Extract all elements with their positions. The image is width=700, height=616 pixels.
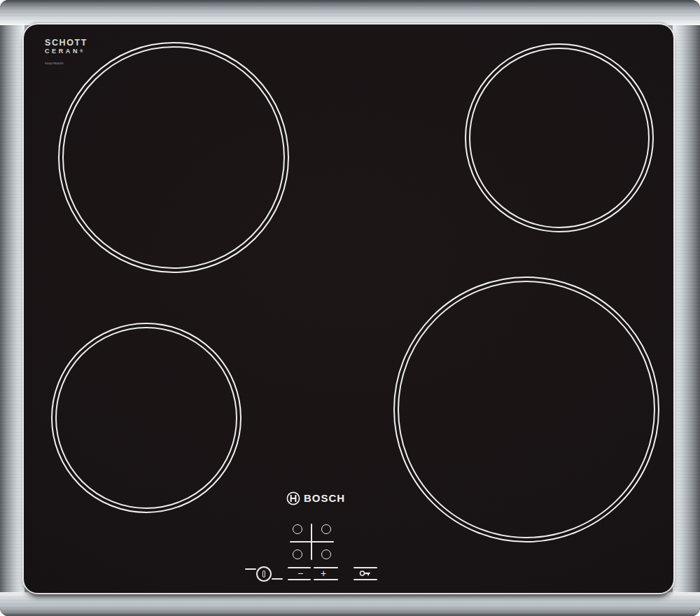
burner-top-right bbox=[465, 43, 654, 232]
selector-zone-bottom-left-key[interactable] bbox=[293, 550, 302, 559]
power-key-right-line bbox=[272, 578, 283, 580]
bosch-logo: BOSCH bbox=[286, 491, 345, 505]
steel-frame-top bbox=[0, 0, 700, 25]
ceramic-glass-surface: SCHOTT CERAN® 9000780635 BOSCH bbox=[24, 24, 673, 593]
burner-bottom-left bbox=[51, 323, 241, 513]
power-key-left-line bbox=[245, 568, 256, 570]
plus-key[interactable]: + bbox=[316, 568, 330, 579]
power-icon bbox=[256, 566, 272, 582]
cooktop-photo: SCHOTT CERAN® 9000780635 BOSCH bbox=[0, 0, 700, 616]
steel-frame-right bbox=[673, 25, 700, 592]
burner-top-left-inner-ring bbox=[62, 46, 285, 269]
steel-frame-bottom bbox=[0, 592, 700, 616]
glass-print-code: 9000780635 bbox=[45, 62, 76, 64]
selector-divider-horizontal bbox=[290, 541, 334, 542]
burner-bottom-right-inner-ring bbox=[398, 281, 655, 538]
lock-key-bottom-line bbox=[354, 579, 377, 580]
selector-zone-top-right-key[interactable] bbox=[321, 524, 331, 534]
selector-zone-bottom-right-key[interactable] bbox=[321, 550, 331, 559]
lock-key-top-line bbox=[354, 567, 377, 568]
selector-zone-top-left-key[interactable] bbox=[293, 524, 302, 534]
bosch-wordmark: BOSCH bbox=[304, 491, 345, 505]
key-lock-icon bbox=[359, 569, 372, 578]
schott-ceran-logo: SCHOTT CERAN® 9000780635 bbox=[45, 38, 88, 66]
schott-logo-line1: SCHOTT bbox=[45, 38, 88, 48]
burner-top-left bbox=[58, 42, 289, 273]
steel-frame-left bbox=[0, 25, 24, 592]
schott-logo-line2: CERAN bbox=[45, 48, 80, 55]
bosch-emblem-icon bbox=[286, 491, 300, 505]
registered-mark: ® bbox=[80, 49, 83, 53]
burner-bottom-left-inner-ring bbox=[55, 327, 237, 509]
minus-key[interactable]: − bbox=[293, 568, 307, 579]
burner-top-right-inner-ring bbox=[469, 48, 650, 228]
burner-bottom-right bbox=[393, 276, 659, 542]
